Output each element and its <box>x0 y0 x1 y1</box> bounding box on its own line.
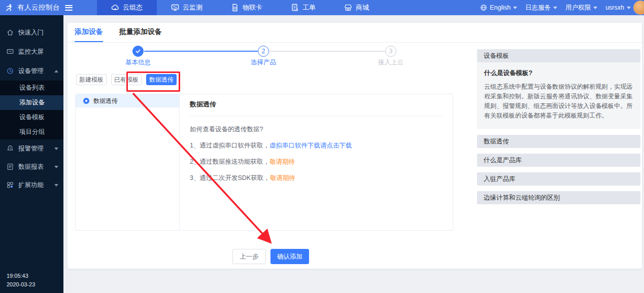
option-label: 数据透传 <box>93 97 118 105</box>
extension-icon <box>7 181 14 189</box>
passthrough-detail: 数据透传 如何查看设备的透传数据? 1、通过虚拟串口软件获取，虚拟串口软件下载请… <box>180 94 453 230</box>
hamburger-menu-icon[interactable] <box>65 5 73 11</box>
tab-add-device[interactable]: 添加设备 <box>75 23 103 42</box>
new-template-button[interactable]: 新建模板 <box>76 74 107 85</box>
template-type-row: 新建模板 已有模板 数据透传 <box>76 74 177 85</box>
chevron-down-icon <box>627 7 631 9</box>
nav-item-mall[interactable]: 商城 <box>330 0 383 15</box>
sim-card-icon <box>231 4 239 12</box>
step-1-circle <box>132 46 144 57</box>
detail-item-3-text: 3、通过二次开发SDK获取， <box>190 174 270 181</box>
sidebar-item-label: 数据报表 <box>18 163 50 171</box>
sidebar-item-label: 报警管理 <box>18 144 50 153</box>
help-paragraph: 云组态系统中配置与设备数据协议的解析规则，实现远程采集和控制。新版云服务将通讯协… <box>484 82 633 121</box>
user-permission-label: 用户权限 <box>565 4 591 12</box>
footer-buttons: 上一步 确认添加 <box>232 249 309 264</box>
vcom-download-link[interactable]: 虚拟串口软件下载请点击下载 <box>269 142 352 149</box>
username-dropdown[interactable]: usrsxh <box>605 4 631 11</box>
globe-icon <box>480 4 487 11</box>
log-service-dropdown[interactable]: 日志服务 <box>525 4 557 12</box>
sidebar-item-label: 设备管理 <box>18 67 50 76</box>
sidebar-item-project-group[interactable]: 项目分组 <box>0 125 63 139</box>
sidebar-item-device-manage[interactable]: 设备管理 <box>0 61 63 81</box>
nav-item-cloud-scada[interactable]: 云组态 <box>97 0 157 15</box>
radio-selected-icon[interactable] <box>83 98 89 104</box>
chevron-down-icon <box>513 7 517 9</box>
sidebar-item-alarm-manage[interactable]: 报警管理 <box>0 139 63 158</box>
work-order-icon <box>291 4 299 12</box>
top-navbar: 有人云控制台 云组态 云监测 物联卡 <box>0 0 644 15</box>
cloud-icon <box>111 4 119 12</box>
nav-item-work-order[interactable]: 工单 <box>277 0 330 15</box>
nav-item-label: 云组态 <box>123 3 143 12</box>
help-section-edge-vs-cloud[interactable]: 边缘计算和云端轮询的区别 <box>477 191 640 204</box>
detail-title: 数据透传 <box>190 100 443 109</box>
step-3-circle: 3 <box>385 46 396 57</box>
chevron-down-icon <box>54 148 58 150</box>
report-icon <box>7 163 14 170</box>
option-data-passthrough[interactable]: 数据透传 <box>76 94 179 107</box>
device-manage-icon <box>7 67 14 75</box>
help-section-join-product-lib[interactable]: 入驻产品库 <box>477 172 640 186</box>
log-service-label: 日志服务 <box>525 4 551 12</box>
logo[interactable]: 有人云控制台 <box>0 3 60 12</box>
coming-soon-tag: 敬请期待 <box>269 158 295 165</box>
step-connector-done <box>144 51 258 52</box>
help-section-data-passthrough[interactable]: 数据透传 <box>477 135 640 148</box>
user-permission-dropdown[interactable]: 用户权限 <box>565 4 597 12</box>
sidebar: 快速入门 监控大屏 设备管理 设备列表 添加设备 设备模板 项目分组 报警管理 <box>0 15 63 293</box>
nav-item-label: 商城 <box>356 3 369 12</box>
sidebar-item-data-report[interactable]: 数据报表 <box>0 158 63 176</box>
sidebar-item-label: 监控大屏 <box>18 48 44 56</box>
sidebar-item-device-template[interactable]: 设备模板 <box>0 110 63 125</box>
mall-icon <box>344 4 352 12</box>
page: { "topbar": { "logo_title": "有人云控制台", "n… <box>0 0 644 293</box>
coming-soon-tag: 敬请期待 <box>270 174 295 181</box>
device-manage-submenu: 设备列表 添加设备 设备模板 项目分组 <box>0 81 63 139</box>
help-panel: 设备模板 什么是设备模板? 云组态系统中配置与设备数据协议的解析规则，实现远程采… <box>477 49 640 210</box>
sidebar-item-big-screen[interactable]: 监控大屏 <box>0 42 63 61</box>
help-section-body: 什么是设备模板? 云组态系统中配置与设备数据协议的解析规则，实现远程采集和控制。… <box>477 62 640 129</box>
monitor-icon <box>171 4 179 12</box>
step-2-label: 选择产品 <box>238 58 289 67</box>
divider <box>190 116 443 116</box>
nav-item-cloud-monitor[interactable]: 云监测 <box>157 0 217 15</box>
nav-item-label: 物联卡 <box>243 3 262 12</box>
avatar[interactable] <box>633 1 644 15</box>
sidebar-item-device-list[interactable]: 设备列表 <box>0 81 63 95</box>
tabs-bar: 添加设备 批量添加设备 <box>67 23 642 43</box>
home-icon <box>7 29 14 36</box>
step-connector-pending <box>269 51 385 52</box>
clock-date: 2020-03-23 <box>7 280 35 289</box>
help-section-what-is-product-lib[interactable]: 什么是产品库 <box>477 154 640 167</box>
detail-item-2: 2、通过数据推送功能获取，敬请期待 <box>190 158 443 166</box>
detail-item-2-text: 2、通过数据推送功能获取， <box>190 158 269 165</box>
chevron-down-icon <box>54 184 58 187</box>
passthrough-panel: 数据透传 数据透传 如何查看设备的透传数据? 1、通过虚拟串口软件获取，虚拟串口… <box>75 94 453 231</box>
sidebar-item-extension[interactable]: 扩展功能 <box>0 176 63 194</box>
previous-step-button[interactable]: 上一步 <box>232 249 266 264</box>
help-section-device-template[interactable]: 设备模板 <box>477 49 640 62</box>
sidebar-clock: 19:05:43 2020-03-23 <box>7 272 35 289</box>
language-dropdown[interactable]: English <box>480 4 517 11</box>
big-screen-icon <box>7 48 14 55</box>
runner-logo-icon <box>5 4 13 12</box>
step-1-label: 基本信息 <box>113 58 163 67</box>
nav-item-iot-card[interactable]: 物联卡 <box>217 0 277 15</box>
confirm-add-button[interactable]: 确认添加 <box>270 249 309 264</box>
clock-time: 19:05:43 <box>7 272 35 280</box>
username-label: usrsxh <box>605 4 624 11</box>
data-passthrough-button[interactable]: 数据透传 <box>146 74 177 85</box>
sidebar-item-quick-start[interactable]: 快速入门 <box>0 23 63 42</box>
chevron-up-icon <box>54 70 58 72</box>
topbar-right: English 日志服务 用户权限 usrsxh <box>480 4 644 12</box>
nav-item-label: 工单 <box>302 3 316 12</box>
check-icon <box>135 48 141 54</box>
alarm-bell-icon <box>7 145 14 152</box>
existing-template-button[interactable]: 已有模板 <box>111 74 142 85</box>
tab-batch-add-device[interactable]: 批量添加设备 <box>119 23 162 42</box>
detail-item-3: 3、通过二次开发SDK获取，敬请期待 <box>190 174 443 182</box>
sidebar-item-add-device[interactable]: 添加设备 <box>0 95 63 110</box>
nav-item-label: 云监测 <box>183 3 202 12</box>
detail-question: 如何查看设备的透传数据? <box>190 125 443 134</box>
